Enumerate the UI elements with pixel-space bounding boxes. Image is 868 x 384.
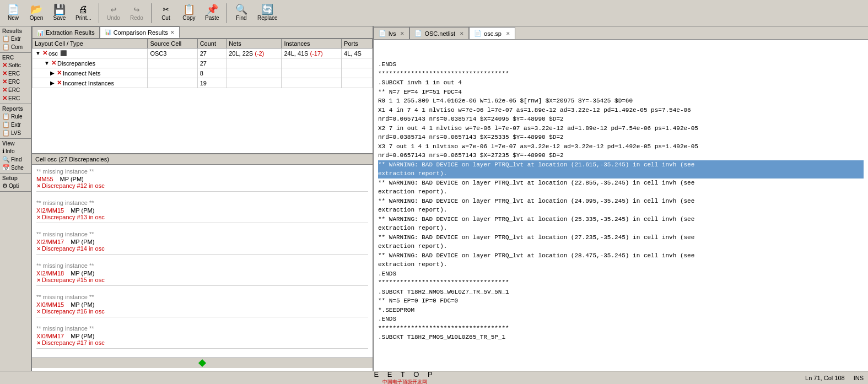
- comparison-tab-icon: 📊: [105, 29, 111, 35]
- sidebar-item-comparison[interactable]: 📋 Com: [1, 43, 30, 51]
- sidebar-item-erc3[interactable]: ✕ ERC: [1, 86, 30, 94]
- results-table: Layout Cell / Type Source Cell Count Net…: [32, 39, 373, 88]
- tab-comparison[interactable]: 📊 Comparison Results ✕: [100, 26, 180, 38]
- extraction-tab-icon: 📊: [37, 30, 44, 36]
- copy-label: Copy: [182, 15, 195, 21]
- code-line: ************************************: [378, 278, 864, 288]
- open-label: Open: [30, 15, 43, 21]
- copy-button[interactable]: 📋 Copy: [178, 3, 200, 23]
- sidebar-setup-section: Setup ⚙ Opti: [0, 174, 31, 192]
- main-toolbar: 📄 New 📂 Open 💾 Save 🖨 Print... ↩ Undo ↪ …: [0, 0, 868, 26]
- disc-link-3[interactable]: Discrepancy #15 in osc: [42, 277, 105, 283]
- left-panel: 📊 Extraction Results 📊 Comparison Result…: [32, 26, 374, 371]
- col-instances[interactable]: Instances: [282, 39, 342, 48]
- instance-link-3[interactable]: XI2/MM18: [36, 270, 64, 277]
- incnets-error-icon: ✕: [57, 69, 62, 77]
- sidebar-item-find[interactable]: 🔍 Find: [1, 155, 30, 164]
- code-line: extraction report).: [378, 260, 864, 269]
- expand-disc[interactable]: ▼: [44, 60, 50, 66]
- sidebar-item-erc1[interactable]: ✕ ERC: [1, 69, 30, 78]
- find-button[interactable]: 🔍 Find: [230, 3, 252, 23]
- code-line: extraction report).: [378, 169, 864, 179]
- incinst-error-icon: ✕: [57, 79, 62, 86]
- disc-link-4[interactable]: Discrepancy #16 in osc: [42, 308, 105, 315]
- sidebar-item-erc2[interactable]: ✕ ERC: [1, 78, 30, 86]
- instance-link-2[interactable]: XI2/MM17: [36, 239, 64, 245]
- sidebar-item-rule[interactable]: 📋 Rule: [1, 112, 30, 121]
- comparison-icon: 📋: [2, 44, 10, 51]
- sidebar-extraction-label: Extr: [11, 36, 21, 42]
- sidebar-item-erc4[interactable]: ✕ ERC: [1, 94, 30, 102]
- status-right: Ln 71, Col 108 INS: [805, 375, 864, 381]
- table-row-incorrect-nets[interactable]: ▶ ✕ Incorrect Nets 8: [33, 68, 373, 78]
- sidebar-item-sche[interactable]: 📅 Sche: [1, 164, 30, 172]
- sidebar-item-info[interactable]: ℹ Info: [1, 147, 30, 155]
- find-sidebar-icon: 🔍: [2, 156, 10, 163]
- paste-button[interactable]: 📌 Paste: [201, 3, 223, 23]
- detail-entry-3: ** missing instance ** XI2/MM18 MP (PM) …: [36, 261, 368, 286]
- lvs-tab-close[interactable]: ✕: [400, 31, 405, 36]
- expand-incinst[interactable]: ▶: [49, 80, 56, 86]
- sidebar-item-softc[interactable]: ✕ Softc: [1, 61, 30, 69]
- instance-row-4: XI0/MM15 MP (PM): [36, 301, 368, 308]
- scroll-diamond: [198, 359, 206, 367]
- lvs-tab-icon: 📄: [379, 30, 386, 37]
- disc-error-5: ✕: [36, 340, 41, 346]
- col-count[interactable]: Count: [197, 39, 227, 48]
- detail-entry-0: ** missing instance ** MM55 MP (PM) ✕ Di…: [36, 167, 368, 192]
- instance-link-4[interactable]: XI0/MM15: [36, 301, 64, 308]
- save-button[interactable]: 💾 Save: [48, 3, 71, 23]
- col-source-cell[interactable]: Source Cell: [148, 39, 197, 48]
- col-ports[interactable]: Ports: [342, 39, 373, 48]
- instance-link-1[interactable]: XI2/MM15: [36, 207, 64, 214]
- code-editor[interactable]: .ENDS***********************************…: [374, 40, 868, 371]
- code-line: ** WARNING: BAD DEVICE on layer PTRQ_lvt…: [378, 215, 864, 224]
- table-row-discrepancies[interactable]: ▼ ✕ Discrepancies 27: [33, 58, 373, 68]
- tab-extraction[interactable]: 📊 Extraction Results: [32, 26, 100, 38]
- instance-link-5[interactable]: XI0/MM17: [36, 333, 64, 339]
- missing-5: ** missing instance **: [36, 324, 368, 333]
- tab-netlist[interactable]: 📄 OSC.netlist ✕: [409, 27, 469, 39]
- table-row-incorrect-instances[interactable]: ▶ ✕ Incorrect Instances 19: [33, 78, 373, 88]
- tab-lvs[interactable]: 📄 lvs ✕: [374, 27, 409, 39]
- lvs-tab-label: lvs: [389, 30, 396, 37]
- sep-3: [36, 285, 368, 286]
- disc-link-5[interactable]: Discrepancy #17 in osc: [42, 339, 105, 346]
- col-nets[interactable]: Nets: [227, 39, 282, 48]
- cell-incinst-count: 19: [197, 78, 227, 88]
- instance-link-0[interactable]: MM55: [36, 176, 53, 182]
- new-button[interactable]: 📄 New: [2, 3, 24, 23]
- expand-incnets[interactable]: ▶: [49, 70, 56, 76]
- instance-type-5: MP (PM): [71, 333, 94, 339]
- netlist-tab-icon: 📄: [414, 30, 422, 37]
- open-button[interactable]: 📂 Open: [25, 3, 47, 23]
- netlist-tab-close[interactable]: ✕: [460, 31, 464, 36]
- disc-link-0[interactable]: Discrepancy #12 in osc: [42, 182, 105, 189]
- tab-sp[interactable]: 📄 osc.sp ✕: [469, 27, 515, 39]
- sidebar-reports-section: Reports 📋 Rule 📋 Extr 📋 LVS: [0, 104, 31, 139]
- code-line: .ENDS: [378, 315, 864, 324]
- sp-tab-close[interactable]: ✕: [506, 31, 510, 36]
- disc-row-5: ✕ Discrepancy #17 in osc: [36, 339, 368, 346]
- print-button[interactable]: 🖨 Print...: [72, 3, 95, 23]
- undo-button[interactable]: ↩ Undo: [103, 3, 125, 23]
- disc-link-1[interactable]: Discrepancy #13 in osc: [42, 214, 105, 220]
- detail-content: ** missing instance ** MM55 MP (PM) ✕ Di…: [32, 165, 373, 358]
- expand-osc[interactable]: ▼: [35, 50, 41, 56]
- sidebar-erc-label: ERC: [1, 54, 30, 61]
- sidebar-item-extr[interactable]: 📋 Extr: [1, 121, 30, 129]
- code-line: extraction report).: [378, 242, 864, 251]
- col-layout-cell[interactable]: Layout Cell / Type: [33, 39, 148, 48]
- replace-button[interactable]: 🔄 Replace: [254, 3, 282, 23]
- comparison-tab-close[interactable]: ✕: [170, 30, 175, 35]
- table-row-osc[interactable]: ▼ ✕ osc ⬛ OSC3 27 20L, 22S (-2) 24L, 41S…: [33, 48, 373, 58]
- redo-button[interactable]: ↪ Redo: [126, 3, 148, 23]
- incnets-label: Incorrect Nets: [63, 70, 100, 77]
- sidebar-item-lvs[interactable]: 📋 LVS: [1, 129, 30, 137]
- disc-link-2[interactable]: Discrepancy #14 in osc: [42, 245, 105, 252]
- scroll-indicator: [32, 358, 373, 368]
- sidebar-opti-label: Opti: [9, 183, 19, 189]
- sidebar-item-extraction[interactable]: 📋 Extr: [1, 35, 30, 43]
- sidebar-item-opti[interactable]: ⚙ Opti: [1, 182, 30, 190]
- cut-button[interactable]: ✂ Cut: [155, 3, 177, 23]
